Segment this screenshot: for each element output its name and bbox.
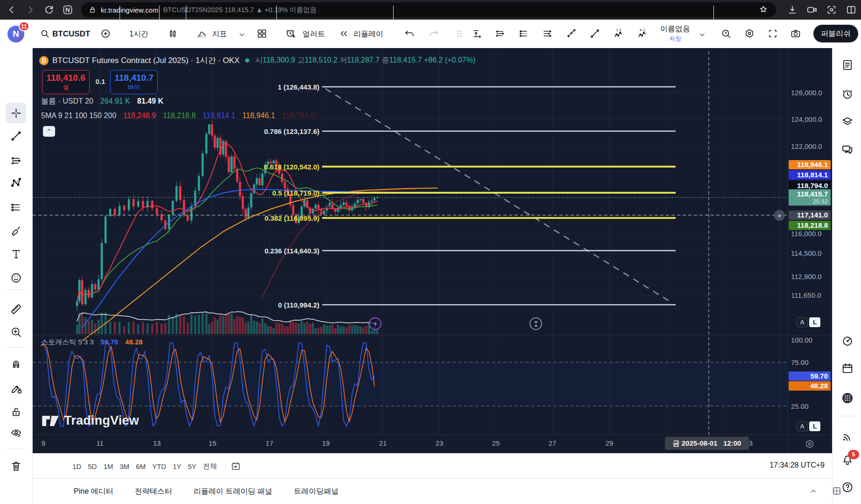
- range-button-1m[interactable]: 1M: [100, 460, 116, 473]
- ma-label[interactable]: 5MA 9 21 100 150 200: [41, 112, 116, 120]
- alert-icon[interactable]: [285, 28, 296, 39]
- fib-level-label[interactable]: 0.5 (118,719.0): [0, 189, 319, 197]
- axis-settings-icon[interactable]: [804, 439, 814, 449]
- stoch-auto-scale-button[interactable]: A: [797, 421, 808, 431]
- replay-button[interactable]: 리플레이: [353, 29, 383, 39]
- browser-app-icon[interactable]: [62, 4, 74, 16]
- browser-forward-icon[interactable]: [24, 4, 36, 16]
- fib-level-label[interactable]: 0.786 (123,137.6): [0, 127, 319, 135]
- layout-chevron-icon[interactable]: [697, 29, 708, 40]
- split-view-icon[interactable]: [845, 4, 857, 16]
- broadcast-icon[interactable]: [841, 430, 854, 443]
- indicators-chevron-icon[interactable]: [236, 29, 247, 40]
- capture-icon[interactable]: [826, 4, 838, 16]
- bottom-tab-3[interactable]: 트레이딩패널: [294, 487, 339, 497]
- volume-label[interactable]: 볼륨 · USDT 20: [41, 97, 93, 106]
- chart-title[interactable]: BTCUSDT Futures Contract (Jul 2025) · 1시…: [52, 55, 240, 66]
- range-button-전체[interactable]: 전체: [200, 460, 220, 473]
- drawing-mode-tool[interactable]: [6, 378, 26, 399]
- drag-handle-icon[interactable]: [454, 28, 465, 39]
- object-tree-icon[interactable]: [841, 115, 854, 128]
- magnet-tool[interactable]: [6, 353, 26, 373]
- btc-icon: ₿: [39, 56, 49, 65]
- bookmark-star-icon[interactable]: [757, 4, 769, 16]
- range-button-3m[interactable]: 3M: [116, 460, 133, 473]
- bottom-tab-2[interactable]: 리플레이 트레이딩 패널: [193, 487, 272, 497]
- fib-level-label[interactable]: 0.382 (116,895.9): [0, 214, 319, 222]
- range-button-5d[interactable]: 5D: [85, 460, 100, 473]
- indicators-button[interactable]: 지표: [212, 29, 227, 39]
- video-icon[interactable]: [806, 4, 818, 16]
- goto-date-icon[interactable]: [230, 461, 241, 472]
- target-icon[interactable]: [841, 335, 854, 348]
- panel-collapse-icon[interactable]: [808, 485, 819, 497]
- stoch-log-scale-button[interactable]: L: [809, 421, 820, 431]
- browser-chrome: kr.tradingview.com BTCUSDT25N2025 118,41…: [0, 0, 861, 20]
- alarm-clock-icon[interactable]: [841, 88, 854, 101]
- bottom-tab-1[interactable]: 전략테스터: [134, 487, 172, 497]
- save-button[interactable]: 저장: [660, 35, 690, 43]
- lock-drawings-tool[interactable]: [6, 401, 26, 422]
- hide-drawings-tool[interactable]: [6, 422, 26, 443]
- lightning-replay-icon[interactable]: [369, 317, 381, 330]
- watchlist-icon[interactable]: [841, 58, 854, 71]
- range-button-1d[interactable]: 1D: [69, 460, 85, 473]
- indicators-icon[interactable]: [196, 28, 207, 39]
- download-icon[interactable]: [786, 4, 798, 16]
- layout-save-group[interactable]: 이름없음 저장: [660, 24, 690, 43]
- compare-add-icon[interactable]: [100, 28, 111, 39]
- bottom-tab-0[interactable]: Pine 에디터: [74, 487, 113, 497]
- browser-back-icon[interactable]: [6, 4, 18, 16]
- fib-segment-tool-icon[interactable]: [518, 28, 529, 39]
- symbol-search-icon[interactable]: [39, 28, 50, 39]
- brush-tool[interactable]: [6, 220, 26, 240]
- crosshair-plus-button[interactable]: +: [774, 210, 785, 221]
- symbol-name[interactable]: BTCUSDT: [52, 29, 90, 39]
- fib-level-label[interactable]: 0 (110,994.2): [0, 301, 319, 309]
- elliott-wave-tool-icon[interactable]: 15: [613, 28, 624, 39]
- zoom-in-tool[interactable]: [6, 322, 26, 342]
- long-position-tool-icon[interactable]: [472, 28, 483, 39]
- publish-button[interactable]: 퍼블리쉬: [813, 25, 858, 42]
- replay-icon[interactable]: [338, 28, 349, 39]
- apps-grid-icon[interactable]: [841, 392, 854, 405]
- snapshot-camera-icon[interactable]: [790, 28, 801, 39]
- quick-search-icon[interactable]: [720, 28, 732, 39]
- redo-icon[interactable]: [428, 28, 439, 39]
- calendar-icon[interactable]: [841, 362, 854, 375]
- hourglass-icon[interactable]: [529, 317, 542, 330]
- stoch-label[interactable]: 스토캐스틱 5 3 3: [41, 338, 94, 347]
- range-button-ytd[interactable]: YTD: [149, 460, 169, 473]
- layout-name[interactable]: 이름없음: [660, 24, 690, 34]
- settings-hexagon-icon[interactable]: [744, 28, 755, 39]
- interval-button[interactable]: 1시간: [129, 29, 148, 39]
- undo-icon[interactable]: [404, 28, 415, 39]
- fib-channel-tool-icon[interactable]: [542, 28, 553, 39]
- layout-grid-icon[interactable]: [256, 28, 268, 39]
- panel-expand-icon[interactable]: [831, 485, 842, 497]
- alert-button[interactable]: 얼러트: [303, 29, 325, 39]
- market-status-dot[interactable]: [245, 58, 249, 63]
- horizontal-ray-tool-icon[interactable]: [494, 28, 506, 39]
- price-log-scale-button[interactable]: L: [809, 317, 820, 327]
- fib-level-label[interactable]: 0.236 (114,640.3): [0, 247, 319, 255]
- clock-timezone[interactable]: 17:34:28 UTC+9: [769, 461, 825, 469]
- emoji-tool[interactable]: [6, 267, 26, 288]
- remove-drawings-tool[interactable]: [6, 455, 26, 476]
- trend-line-tool-icon[interactable]: [589, 28, 600, 39]
- fib-level-label[interactable]: 1 (126,443.8): [0, 83, 319, 91]
- crosshair-tool[interactable]: [6, 103, 26, 123]
- parallel-slope-tool-icon[interactable]: [566, 28, 577, 39]
- abc-pattern-tool-icon[interactable]: AC: [637, 28, 648, 39]
- chart-style-icon[interactable]: [167, 28, 178, 39]
- range-button-5y[interactable]: 5Y: [184, 460, 199, 473]
- fib-level-label[interactable]: 0.618 (120,542.0): [0, 163, 319, 171]
- help-icon[interactable]: [841, 481, 854, 494]
- chat-icon[interactable]: [841, 143, 854, 156]
- url-text[interactable]: kr.tradingview.com: [101, 6, 158, 14]
- browser-reload-icon[interactable]: [43, 4, 55, 16]
- range-button-6m[interactable]: 6M: [133, 460, 149, 473]
- range-button-1y[interactable]: 1Y: [169, 460, 184, 473]
- price-auto-scale-button[interactable]: A: [797, 317, 808, 327]
- fullscreen-icon[interactable]: [767, 28, 778, 39]
